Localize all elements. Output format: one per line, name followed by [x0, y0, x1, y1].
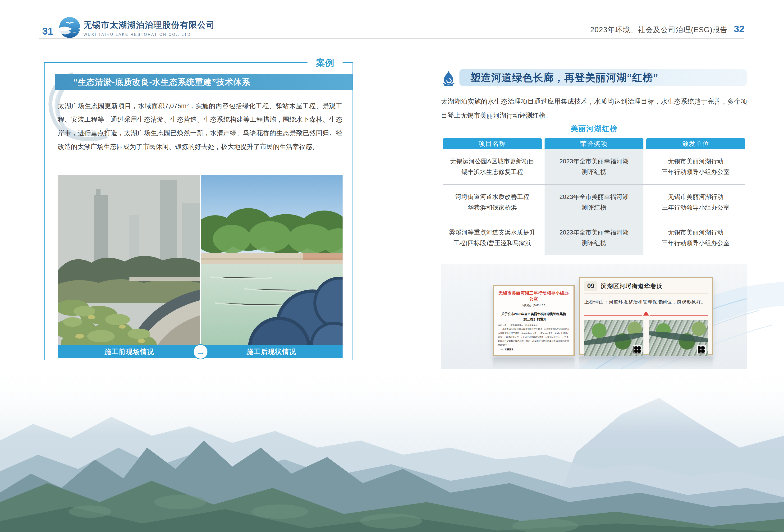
- cell-line: 三年行动领导小组办公室: [662, 167, 730, 177]
- header-divider: [39, 38, 744, 39]
- cell-line: 无锡市美丽河湖行动: [668, 192, 724, 202]
- esg-report-spread: 31 无锡市太湖湖泊治理股份有限公司 WUXI TAIHU LAKE RESTO…: [0, 0, 784, 532]
- document-reflection: [493, 358, 575, 370]
- table-header-project: 项目名称: [443, 138, 542, 149]
- company-name-en: WUXI TAIHU LAKE RESTORATION CO., LTD: [83, 32, 215, 37]
- river-shape: [649, 329, 708, 344]
- qr-code-icon: [633, 345, 642, 354]
- caption-before: 施工前现场情况: [58, 345, 201, 358]
- notice-subject: 关于公布2023年全市美丽幸福河湖测评红黑榜（第三批）的通知: [498, 311, 569, 322]
- case-title: “生态清淤-底质改良-水生态系统重建”技术体系: [55, 74, 353, 90]
- table-row: 2023年全市美丽幸福河湖 测评红榜: [544, 185, 643, 220]
- arrow-right-icon: →: [193, 344, 208, 359]
- table-row: 河埒街道河道水质改善工程 华巷浜和钱家桥浜: [443, 185, 542, 220]
- river-shape: [584, 331, 643, 347]
- cell-line: 2023年全市美丽幸福河湖: [559, 227, 629, 238]
- notice-body: 根据无锡市深化美丽幸福河湖建设工作要求，市美丽河湖办于近期组织对各地区河道进行了…: [498, 328, 569, 347]
- table-row: 无锡市美丽河湖行动 三年行动领导小组办公室: [646, 220, 745, 255]
- photo-before-construction: [58, 175, 200, 345]
- red-line: [650, 315, 708, 315]
- listing-header: 09 滨湖区河埒街道华巷浜: [584, 281, 708, 293]
- cell-line: 华巷浜和钱家桥浜: [468, 202, 517, 213]
- case-body-text: 太湖广场生态园更新项目，水域面积7,075m²，实施的内容包括绿化工程、驿站木屋…: [58, 99, 342, 153]
- table-header-issuer: 颁发单位: [646, 138, 745, 149]
- cell-line: 测评红榜: [582, 238, 607, 249]
- cell-line: 梁溪河等重点河道支浜水质提升: [449, 227, 536, 238]
- photo-after-construction: [201, 175, 342, 345]
- table-row: 无锡运河公园A区城市更新项目 锡丰浜水生态修复工程: [443, 149, 542, 184]
- table-row: 2023年全市美丽幸福河湖 测评红榜: [544, 149, 643, 184]
- notice-doc-number: 市美湖办〔2023〕5号: [498, 304, 569, 307]
- qr-code-icon: [697, 345, 706, 354]
- cell-line: 三年行动领导小组办公室: [662, 202, 730, 213]
- hazy-park-photo: [58, 175, 200, 345]
- cell-line: 无锡市美丽河湖行动: [668, 227, 724, 238]
- company-name-cn: 无锡市太湖湖泊治理股份有限公司: [83, 20, 215, 31]
- table-row: 梁溪河等重点河道支浜水质提升 工程(四标段)曹王泾和马家浜: [443, 220, 542, 255]
- section-intro: 太湖湖泊实施的水生态治理项目通过应用集成技术，水质均达到治理目标，水生态系统趋于…: [441, 94, 747, 122]
- listing-index: 09: [584, 281, 597, 291]
- listing-photos: [584, 320, 708, 356]
- mountain-landscape-photo: [0, 369, 784, 532]
- table-row: 无锡市美丽河湖行动 三年行动领导小组办公室: [646, 185, 745, 220]
- section-title: 塑造河道绿色长廊，再登美丽河湖“红榜”: [470, 69, 659, 86]
- cell-line: 三年行动领导小组办公室: [662, 238, 730, 249]
- cell-line: 工程(四标段)曹王泾和马家浜: [453, 238, 531, 249]
- cell-line: 2023年全市美丽幸福河湖: [559, 156, 629, 167]
- renewed-park-photo: [201, 175, 342, 345]
- before-after-photos: 施工前现场情况 施工后现状情况 →: [58, 175, 342, 358]
- listing-red-marker: [584, 311, 708, 315]
- cell-line: 无锡市美丽河湖行动: [668, 156, 724, 167]
- right-page-number: 32: [734, 24, 745, 34]
- table-row: 2023年全市美丽幸福河湖 测评红榜: [544, 220, 643, 255]
- notice-document: 无锡市美丽河湖三年行动领导小组办公室 市美湖办〔2023〕5号 关于公布2023…: [493, 285, 575, 356]
- notice-red-divider: [498, 309, 569, 309]
- arrow-glyph: →: [196, 347, 205, 357]
- cell-line: 2023年全市美丽幸福河湖: [559, 192, 629, 202]
- cell-line: 无锡运河公园A区城市更新项目: [450, 156, 534, 167]
- aerial-photo-2: [649, 320, 708, 356]
- cell-line: 河埒街道河道水质改善工程: [455, 192, 529, 202]
- table-row: 无锡市美丽河湖行动 三年行动领导小组办公室: [646, 149, 745, 184]
- case-study-box: 案例 “生态清淤-底质改良-水生态系统重建”技术体系 太湖广场生态园更新项目，水…: [44, 62, 353, 360]
- cell-line: 测评红榜: [582, 167, 607, 177]
- table-title: 美丽河湖红榜: [441, 124, 747, 134]
- cell-line: 测评红榜: [582, 202, 607, 213]
- notice-salutation: 各市（县）、区美丽河湖办，市各相关单位：: [498, 324, 569, 327]
- table-header-award: 荣誉奖项: [544, 138, 643, 149]
- listing-title: 滨湖区河埒街道华巷浜: [601, 282, 663, 290]
- report-header: 2023年环境、社会及公司治理(ESG)报告 32: [590, 24, 745, 35]
- listing-document: 09 滨湖区河埒街道华巷浜 上榜理由：河道环境整治和管理保洁到位，感观形象好。: [579, 277, 713, 355]
- case-tag-label: 案例: [307, 56, 342, 70]
- red-triangle-icon: [643, 311, 649, 315]
- aerial-photo-1: [584, 320, 643, 356]
- document-reflection: [579, 356, 713, 369]
- left-page-number: 31: [42, 26, 53, 37]
- red-line: [584, 315, 642, 315]
- row-separator: [443, 255, 745, 255]
- caption-after: 施工后现状情况: [201, 345, 343, 358]
- company-logo-icon: [59, 17, 81, 38]
- cell-line: 锡丰浜水生态修复工程: [461, 167, 523, 177]
- report-title: 2023年环境、社会及公司治理(ESG)报告: [590, 25, 728, 35]
- notice-org-title: 无锡市美丽河湖三年行动领导小组办公室: [498, 290, 569, 302]
- listing-reason: 上榜理由：河道环境整治和管理保洁到位，感观形象好。: [584, 299, 708, 305]
- company-name-block: 无锡市太湖湖泊治理股份有限公司 WUXI TAIHU LAKE RESTORAT…: [83, 20, 215, 37]
- water-drop-icon: [442, 71, 456, 86]
- notice-list-item: 一、红榜河道: [498, 348, 569, 351]
